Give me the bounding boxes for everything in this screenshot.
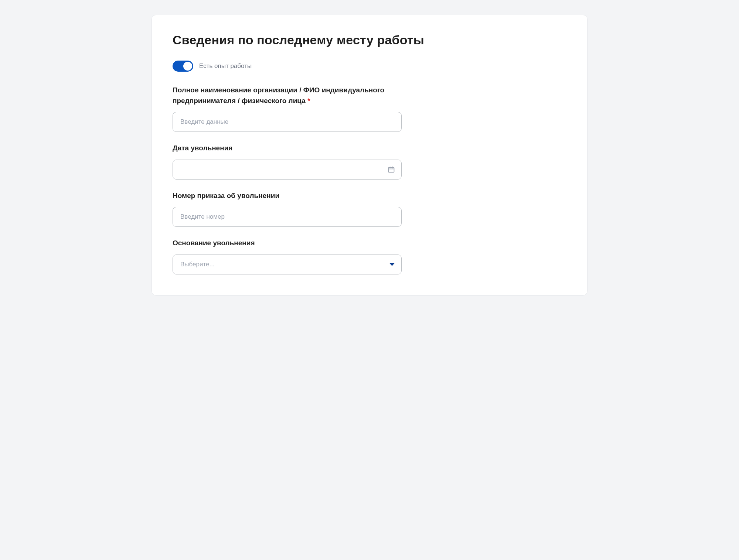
dismissal-date-input[interactable]	[173, 160, 402, 180]
dismissal-date-group: Дата увольнения	[173, 143, 402, 180]
order-number-group: Номер приказа об увольнении	[173, 191, 402, 227]
order-number-input[interactable]	[173, 207, 402, 227]
experience-toggle-label: Есть опыт работы	[199, 62, 252, 70]
required-mark: *	[307, 97, 310, 105]
toggle-knob	[183, 62, 192, 71]
dismissal-reason-select[interactable]: Выберите...	[173, 255, 402, 274]
dismissal-reason-placeholder: Выберите...	[180, 261, 215, 268]
experience-toggle[interactable]	[173, 61, 193, 72]
org-name-label: Полное наименование организации / ФИО ин…	[173, 85, 402, 106]
dismissal-date-input-wrapper	[173, 160, 402, 180]
dismissal-reason-group: Основание увольнения Выберите...	[173, 238, 402, 274]
experience-toggle-row: Есть опыт работы	[173, 61, 566, 72]
dismissal-reason-label: Основание увольнения	[173, 238, 402, 249]
form-title: Сведения по последнему месту работы	[173, 33, 566, 47]
form-card: Сведения по последнему месту работы Есть…	[151, 15, 588, 296]
chevron-down-icon	[389, 263, 395, 266]
org-name-input[interactable]	[173, 112, 402, 132]
org-name-group: Полное наименование организации / ФИО ин…	[173, 85, 402, 132]
org-name-label-text: Полное наименование организации / ФИО ин…	[173, 86, 384, 105]
dismissal-date-label: Дата увольнения	[173, 143, 402, 154]
order-number-label: Номер приказа об увольнении	[173, 191, 402, 201]
order-number-input-wrapper	[173, 207, 402, 227]
org-name-input-wrapper	[173, 112, 402, 132]
